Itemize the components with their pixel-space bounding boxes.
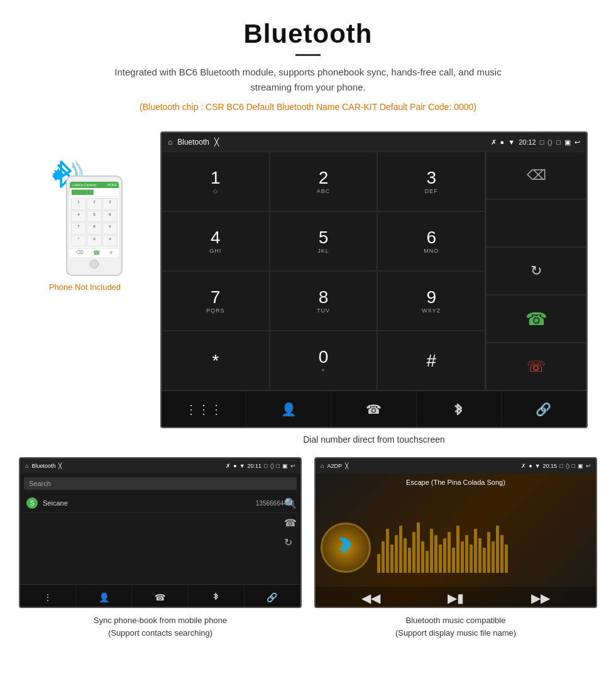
phonebook-caption: Sync phone-book from mobile phone (Suppo… (94, 614, 227, 639)
back-icon[interactable]: ↩ (575, 138, 580, 147)
toolbar-grid-btn[interactable]: ⋮⋮⋮ (162, 391, 246, 427)
pb-search-bar[interactable]: Search (24, 477, 297, 490)
dial-key-4[interactable]: 4 GHI (162, 211, 270, 271)
dial-key-0[interactable]: 0 + (270, 331, 378, 390)
eq-bar (434, 535, 437, 573)
eq-bar (408, 548, 411, 573)
backspace-cell[interactable]: ⌫ (486, 152, 586, 199)
pb-phone-icon[interactable]: ☎ (284, 517, 297, 529)
contact-row[interactable]: S Seicane 13566664466 (24, 494, 297, 513)
play-pause-btn[interactable]: ▶▮ (448, 590, 464, 606)
pb-tb-grid[interactable]: ⋮ (20, 585, 76, 608)
dial-key-9[interactable]: 9 WXYZ (377, 271, 485, 331)
dial-num-8: 8 (319, 289, 329, 306)
toolbar-bluetooth-btn[interactable] (417, 391, 502, 427)
pb-home-icon[interactable]: ⌂ (25, 463, 28, 469)
eq-bar (404, 538, 407, 573)
music-wifi-icon: ▼ (535, 463, 541, 469)
eq-bar (382, 541, 385, 573)
car-toolbar: ⋮⋮⋮ 👤 ☎ 🔗 (162, 390, 586, 427)
pb-wifi-icon: ▼ (239, 463, 245, 469)
pb-search-icon[interactable]: 🔍 (284, 497, 297, 509)
window-icon[interactable]: ▣ (564, 138, 571, 147)
phone-illustration-area: ⬧ ✸ + Add to (19, 131, 151, 292)
eq-bar (399, 526, 402, 573)
dial-key-1[interactable]: 1 ◇ (162, 152, 270, 211)
phone-key-5: 5 (87, 211, 102, 223)
phone-key-4: 4 (71, 211, 86, 223)
answer-call-cell[interactable]: ☎ (486, 295, 586, 343)
pb-tb-phone[interactable]: ☎ (132, 585, 188, 608)
dial-letters-8: TUV (317, 307, 330, 314)
phone-key-0: 0 (87, 235, 102, 247)
eq-bar (448, 532, 451, 573)
dial-letters-0: + (321, 367, 325, 373)
phone-key-9: 9 (102, 223, 118, 235)
toolbar-call-btn[interactable]: ☎ (331, 391, 416, 427)
search-placeholder: Search (29, 480, 51, 487)
phone-number-display: ███████ (72, 190, 94, 194)
pb-mini-toolbar: ⋮ 👤 ☎ 🔗 (20, 584, 300, 608)
phonebook-caption-line1: Sync phone-book from mobile phone (94, 616, 227, 625)
car-dialpad-screen: ⌂ Bluetooth ╳ ✗ ● ▼ 20:12 □ 〈〉 □ ▣ ↩ (160, 131, 588, 428)
dial-letters-9: WXYZ (422, 307, 441, 314)
dial-key-3[interactable]: 3 DEF (377, 152, 485, 211)
dial-key-2[interactable]: 2 ABC (270, 152, 378, 211)
dial-num-4: 4 (211, 229, 221, 246)
prev-track-btn[interactable]: ◀◀ (361, 590, 380, 606)
eq-bar (421, 541, 424, 573)
music-bt-icon: ✗ (521, 463, 526, 469)
dial-key-star[interactable]: * (162, 331, 270, 390)
music-loc-icon: ● (529, 463, 532, 469)
pb-tb-bt[interactable] (189, 585, 245, 608)
music-caption: Bluetooth music compatible (Support disp… (395, 614, 516, 639)
phone-bottom-bar: ⌫ ☎ # (70, 248, 119, 257)
music-home-icon[interactable]: ⌂ (321, 463, 324, 469)
music-status-left: ⌂ A2DP ╳ (321, 463, 348, 469)
music-caption-line2: (Support display music file name) (395, 628, 516, 638)
close-icon[interactable]: □ (556, 138, 561, 146)
dial-key-5[interactable]: 5 JKL (270, 211, 378, 271)
toolbar-link-btn[interactable]: 🔗 (502, 391, 586, 427)
album-art (321, 523, 371, 573)
dialpad-grid: 1 ◇ 2 ABC 3 DEF 4 GHI (162, 152, 486, 390)
music-win-icon: ▣ (578, 463, 583, 469)
description-text: Integrated with BC6 Bluetooth module, su… (113, 65, 503, 95)
pb-content-wrapper: Search S Seicane 13566664466 🔍 ☎ ↻ ⋮ (20, 473, 300, 608)
dial-key-hash[interactable]: # (377, 331, 485, 390)
end-call-cell[interactable]: ☏ (486, 343, 586, 390)
phone-not-included-label: Phone Not Included (49, 282, 121, 292)
music-controls: ◀◀ ▶▮ ▶▶ (316, 587, 596, 608)
reload-cell[interactable]: ↻ (486, 247, 586, 295)
pb-status-right: ✗ ● ▼ 20:11 □ 〈〉 □ ▣ ↩ (226, 463, 295, 470)
pb-refresh-icon[interactable]: ↻ (284, 536, 297, 548)
music-status-right: ✗ ● ▼ 20:15 □ 〈〉 □ ▣ ↩ (521, 463, 591, 470)
volume-icon[interactable]: 〈〉 (547, 138, 553, 147)
dial-letters-3: DEF (425, 188, 438, 194)
music-back-icon: ↩ (586, 463, 591, 469)
toolbar-contacts-btn[interactable]: 👤 (246, 391, 331, 427)
phone-key-7: 7 (71, 223, 86, 235)
dial-key-7[interactable]: 7 PQRS (162, 271, 270, 331)
title-divider (295, 54, 321, 56)
car-screen-area: ⌂ Bluetooth ╳ ✗ ● ▼ 20:12 □ 〈〉 □ ▣ ↩ (151, 131, 597, 445)
next-track-btn[interactable]: ▶▶ (531, 590, 550, 606)
eq-bar (443, 538, 446, 573)
dial-key-6[interactable]: 6 MNO (377, 211, 485, 271)
phonebook-content: Search S Seicane 13566664466 (20, 473, 300, 517)
dial-num-2: 2 (319, 169, 329, 187)
eq-bar (474, 529, 477, 573)
dial-letters-6: MNO (424, 248, 439, 254)
pb-tb-link[interactable]: 🔗 (245, 585, 300, 608)
music-time: 20:15 (543, 463, 558, 469)
home-icon[interactable]: ⌂ (168, 138, 172, 147)
phone-key-star: * (71, 235, 86, 247)
camera-icon[interactable]: □ (540, 138, 544, 146)
pb-tb-person[interactable]: 👤 (76, 585, 132, 608)
eq-bar (412, 532, 415, 573)
contact-avatar: S (26, 497, 38, 509)
dial-key-8[interactable]: 8 TUV (270, 271, 378, 331)
phone-dialer-display: ███████ (70, 188, 119, 197)
page-title: Bluetooth (13, 19, 603, 49)
dial-num-star: * (212, 352, 219, 370)
